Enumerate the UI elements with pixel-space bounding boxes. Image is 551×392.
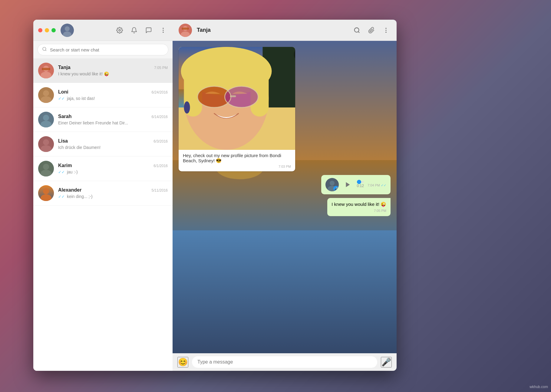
chat-time-alexander: 5/11/2016 xyxy=(152,188,168,193)
message-input[interactable] xyxy=(192,356,377,368)
more-button-left[interactable] xyxy=(159,26,168,35)
chat-name-loni: Loni xyxy=(58,89,68,95)
svg-point-14 xyxy=(43,90,49,96)
avatar-sarah xyxy=(38,112,54,127)
voice-play-button[interactable] xyxy=(342,179,353,190)
photo-image: ↪ xyxy=(179,47,295,150)
attach-button[interactable] xyxy=(367,26,376,35)
photo-caption: Hey, check out my new profile picture fr… xyxy=(179,150,295,171)
chat-name-lisa: Lisa xyxy=(58,138,68,144)
chat-info-karim: Karim 6/1/2016 ✓✓ jau :-) xyxy=(58,163,168,174)
search-icon xyxy=(42,47,47,53)
chat-preview-loni: ✓✓ jaja, so ist das! xyxy=(58,96,168,101)
right-panel: Tanja xyxy=(173,20,397,371)
svg-point-4 xyxy=(163,28,164,29)
chat-preview-alexander: ✓✓ kein ding... ;-) xyxy=(58,194,168,199)
my-avatar[interactable] xyxy=(61,24,74,37)
right-header: Tanja xyxy=(173,20,397,41)
messages-area: ↪ Hey, xyxy=(173,41,397,353)
watermark: wkhub.com xyxy=(530,385,548,389)
chat-info-alexander: Alexander 5/11/2016 ✓✓ kein ding... ;-) xyxy=(58,187,168,199)
voice-time: 7:04 PM ✓✓ xyxy=(368,183,386,187)
voice-waveform: 0:12 xyxy=(357,181,364,188)
minimize-button[interactable] xyxy=(45,28,49,32)
avatar-loni xyxy=(38,87,54,103)
search-chat-button[interactable] xyxy=(352,26,361,35)
voice-progress-bar[interactable] xyxy=(357,181,364,183)
mic-button[interactable]: 🎤 xyxy=(381,357,392,367)
svg-point-41 xyxy=(385,31,387,33)
notifications-button[interactable] xyxy=(130,26,139,35)
voice-dot xyxy=(357,180,361,184)
search-bar xyxy=(33,41,173,58)
chat-name-karim: Karim xyxy=(58,163,72,168)
svg-point-6 xyxy=(163,31,164,33)
more-button-right[interactable] xyxy=(381,26,391,35)
svg-line-38 xyxy=(358,31,359,33)
chat-preview-sarah: Einer Deiner lieben Freunde hat Dir... xyxy=(58,120,168,125)
chat-list: Tanja 7:05 PM I knew you would like it! … xyxy=(33,58,173,371)
svg-point-39 xyxy=(385,28,387,29)
chat-time-tanja: 7:05 PM xyxy=(154,66,168,70)
chat-info-sarah: Sarah 6/14/2016 Einer Deiner lieben Freu… xyxy=(58,114,168,125)
svg-point-20 xyxy=(43,139,49,145)
avatar-lisa xyxy=(38,136,54,152)
chat-name-alexander: Alexander xyxy=(58,187,81,193)
voice-message: 🎤 0:12 xyxy=(321,175,391,194)
chat-preview-tanja: I knew you would like it! 😜 xyxy=(58,71,168,76)
chat-item-lisa[interactable]: Lisa 6/3/2016 Ich drück die Daumen! xyxy=(33,132,173,156)
chat-time-sarah: 6/14/2016 xyxy=(152,115,168,119)
chat-time-loni: 6/24/2016 xyxy=(152,90,168,94)
right-header-avatar[interactable] xyxy=(179,24,192,37)
maximize-button[interactable] xyxy=(51,28,56,32)
svg-line-8 xyxy=(45,50,46,51)
chat-preview-lisa: Ich drück die Daumen! xyxy=(58,145,168,150)
left-header xyxy=(33,20,173,41)
input-area: 😊 🎤 xyxy=(173,353,397,371)
tick-icon-karim: ✓✓ xyxy=(58,170,65,174)
chat-preview-karim: ✓✓ jau :-) xyxy=(58,170,168,174)
search-input[interactable] xyxy=(50,47,164,52)
voice-tick: ✓✓ xyxy=(381,183,386,187)
chat-item-loni[interactable]: Loni 6/24/2016 ✓✓ jaja, so ist das! xyxy=(33,83,173,107)
svg-point-23 xyxy=(43,164,49,170)
chat-time-lisa: 6/3/2016 xyxy=(153,139,168,143)
text-message-time: 7:05 PM xyxy=(332,209,386,213)
emoji-button[interactable]: 😊 xyxy=(177,357,188,367)
avatar-tanja xyxy=(38,63,54,78)
chat-item-alexander[interactable]: Alexander 5/11/2016 ✓✓ kein ding... ;-) xyxy=(33,181,173,206)
close-button[interactable] xyxy=(38,28,42,32)
svg-marker-61 xyxy=(346,182,350,187)
chat-info-loni: Loni 6/24/2016 ✓✓ jaja, so ist das! xyxy=(58,89,168,101)
svg-point-3 xyxy=(119,29,120,31)
text-message-content: I knew you would like it! 😜 xyxy=(332,202,386,207)
svg-point-59 xyxy=(330,181,335,186)
chat-name-tanja: Tanja xyxy=(58,65,71,70)
compose-button[interactable] xyxy=(144,26,153,35)
chat-item-karim[interactable]: Karim 6/1/2016 ✓✓ jau :-) xyxy=(33,156,173,181)
svg-point-55 xyxy=(184,101,190,114)
svg-rect-12 xyxy=(42,68,50,70)
settings-button[interactable] xyxy=(115,26,124,35)
svg-point-27 xyxy=(43,188,49,194)
svg-point-7 xyxy=(43,47,46,51)
chat-contact-name: Tanja xyxy=(197,27,348,33)
chat-item-sarah[interactable]: Sarah 6/14/2016 Einer Deiner lieben Freu… xyxy=(33,107,173,132)
svg-point-1 xyxy=(65,26,70,31)
left-panel: Tanja 7:05 PM I knew you would like it! … xyxy=(33,20,173,371)
avatar-karim xyxy=(38,161,54,176)
mic-badge: 🎤 xyxy=(333,186,339,191)
search-input-wrap[interactable] xyxy=(38,44,168,55)
chat-item-tanja[interactable]: Tanja 7:05 PM I knew you would like it! … xyxy=(33,58,173,83)
text-message: I knew you would like it! 😜 7:05 PM xyxy=(327,198,391,216)
photo-caption-text: Hey, check out my new profile picture fr… xyxy=(183,153,281,163)
chat-info-lisa: Lisa 6/3/2016 Ich drück die Daumen! xyxy=(58,138,168,150)
photo-message: ↪ Hey, xyxy=(179,47,295,171)
svg-rect-36 xyxy=(182,28,189,30)
voice-avatar: 🎤 xyxy=(325,178,339,191)
avatar-alexander xyxy=(38,185,54,201)
window-controls xyxy=(38,28,56,32)
svg-point-5 xyxy=(163,30,164,31)
tick-icon-loni: ✓✓ xyxy=(58,96,65,101)
header-icons xyxy=(115,26,168,35)
